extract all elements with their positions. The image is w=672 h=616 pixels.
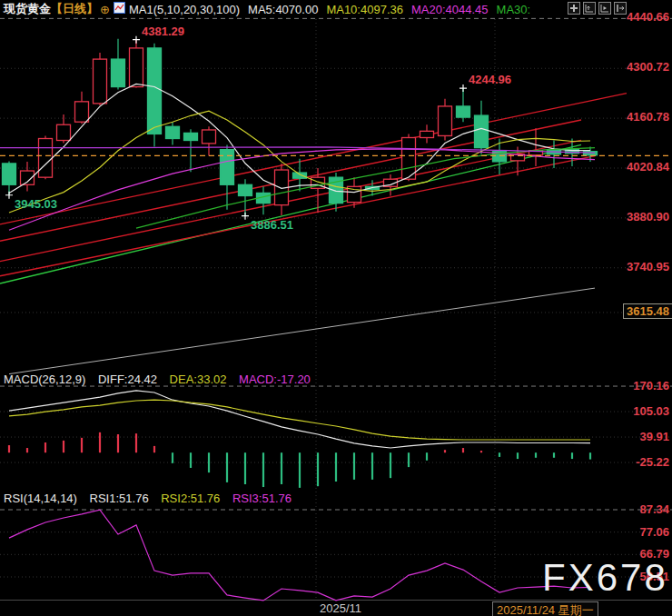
chart-type-icon[interactable]: [114, 2, 125, 16]
expand-icon[interactable]: ⊕: [100, 3, 110, 16]
candle-body: [75, 102, 89, 122]
candle-body: [221, 150, 234, 185]
candle-body: [420, 131, 434, 137]
ma30-value: MA30:: [497, 3, 531, 16]
candle-body: [239, 184, 252, 195]
price-axis-label: 4160.78: [615, 110, 669, 124]
dea-line: [9, 400, 590, 440]
period-label: 【日线】: [51, 1, 98, 17]
candle-body: [94, 59, 107, 104]
extreme-marker-cross: [242, 213, 249, 220]
candle-body: [439, 106, 452, 136]
extreme-marker-cross: [133, 36, 140, 44]
price-annotation: 4381.29: [142, 25, 184, 38]
candle-body: [148, 48, 162, 134]
diff-value: DIFF:24.42: [98, 373, 157, 386]
price-axis-label: 4020.84: [615, 160, 669, 174]
candle-body: [475, 115, 489, 148]
candle-body: [166, 126, 180, 138]
rsi-axis-label: 77.06: [615, 525, 669, 539]
price-axis-label-boxed: 3615.48: [623, 303, 672, 319]
pane-shift-button[interactable]: [614, 2, 627, 15]
macd-value: MACD:-17.20: [239, 373, 311, 386]
macd-axis-label: 105.03: [615, 404, 669, 418]
watermark: FX678: [542, 556, 668, 600]
trendline: [0, 144, 581, 283]
candle-body: [39, 139, 53, 178]
rsi1-value: RSI1:51.76: [90, 492, 149, 505]
candle-body: [112, 59, 125, 86]
price-annotation: 3945.03: [15, 197, 57, 211]
price-annotation: 4244.96: [469, 73, 511, 86]
candle-body: [130, 48, 143, 87]
macd-axis-label: -25.22: [615, 455, 669, 469]
chart-canvas: [0, 0, 672, 616]
macd-axis-label: 39.91: [615, 430, 669, 443]
symbol-title: 现货黄金: [4, 1, 51, 17]
x-axis-month-label: 2025/11: [320, 601, 361, 615]
price-axis-label: 4300.72: [615, 60, 669, 74]
candle-body: [57, 124, 71, 140]
pane-up-button[interactable]: [583, 2, 596, 15]
candle-body: [293, 173, 307, 178]
move-pane-button[interactable]: [568, 2, 580, 15]
dea-value: DEA:33.02: [170, 373, 227, 386]
rsi-line: [9, 510, 590, 601]
price-axis-label: 3880.90: [615, 210, 669, 224]
rsi-title: RSI(14,14,14): [4, 492, 77, 505]
x-axis-date-label[interactable]: 2025/11/24 星期一: [492, 601, 598, 616]
pane-play-button[interactable]: [598, 2, 611, 15]
app-window: 现货黄金 【日线】 ⊕ MA1(5,10,20,30,100) MA5:4070…: [0, 0, 672, 616]
macd-title: MACD(26,12,9): [4, 373, 85, 386]
price-axis-label: 3740.95: [615, 260, 669, 273]
extreme-marker-cross: [460, 84, 467, 92]
window-buttons: [568, 2, 627, 15]
candle-body: [3, 164, 16, 184]
ma20-value: MA20:4044.45: [411, 3, 489, 16]
trendline: [9, 288, 595, 374]
rsi2-value: RSI2:51.76: [161, 492, 220, 505]
ma5-value: MA5:4070.00: [248, 3, 318, 16]
ma10-value: MA10:4097.36: [326, 3, 403, 16]
macd-label-row: MACD(26,12,9) DIFF:24.42 DEA:33.02 MACD:…: [4, 373, 320, 386]
rsi-axis-label: 87.34: [615, 502, 669, 516]
macd-axis-label: 170.16: [615, 379, 669, 392]
ma-group-label: MA1(5,10,20,30,100): [129, 3, 240, 16]
rsi-label-row: RSI(14,14,14) RSI1:51.76 RSI2:51.76 RSI3…: [4, 492, 301, 505]
extreme-marker-cross: [5, 192, 13, 199]
price-annotation: 3886.51: [251, 218, 293, 232]
candle-body: [184, 133, 198, 140]
candle-body: [203, 130, 216, 144]
rsi3-value: RSI3:51.76: [232, 492, 292, 505]
candle-body: [457, 106, 470, 117]
